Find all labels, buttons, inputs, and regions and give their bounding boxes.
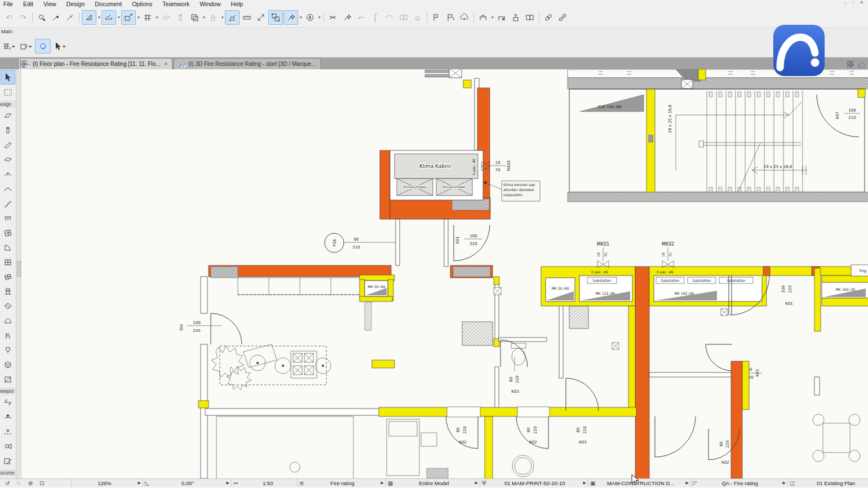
pan-mode-button[interactable]: ▶ xyxy=(1,39,17,54)
toolbox-beam-tool[interactable] xyxy=(1,138,15,152)
grid-snap-icon[interactable] xyxy=(141,11,154,24)
toolbox-door-tool[interactable] xyxy=(1,241,15,254)
magic-wand-icon[interactable] xyxy=(284,10,298,25)
flag-icon[interactable] xyxy=(429,11,443,24)
dropdown-arrow[interactable]: ▼ xyxy=(156,16,159,19)
toolbox-window-tool[interactable] xyxy=(1,255,15,269)
dropdown-arrow[interactable]: ▼ xyxy=(318,16,321,19)
modify-tool-icon[interactable] xyxy=(225,10,240,25)
arrow-mode-button[interactable]: ▶ xyxy=(52,39,68,54)
fillet-icon[interactable]: ⌐ xyxy=(355,11,368,24)
toolbox-curtain-wall-tool[interactable] xyxy=(1,226,15,239)
quickbar-scale[interactable]: ↔1:50 xyxy=(232,479,298,487)
trim-icon[interactable]: ◠ xyxy=(383,11,396,24)
dropdown-arrow[interactable]: ▼ xyxy=(491,16,494,19)
toolbox-camera-tool[interactable] xyxy=(1,440,15,453)
toolbox-roof-accessory-tool[interactable] xyxy=(1,299,15,313)
dropdown-arrow[interactable]: ▼ xyxy=(117,16,121,19)
flag-favorite-icon[interactable] xyxy=(444,11,457,24)
window-controls[interactable]: – ▫ ✕ xyxy=(844,0,866,5)
home-view-icon[interactable] xyxy=(857,60,865,68)
toolbox-shell-tool[interactable] xyxy=(1,182,15,196)
quickbar-layer-combination[interactable]: ≣Fire rating▶ xyxy=(298,479,386,487)
stretch-icon[interactable] xyxy=(254,11,268,24)
close-icon[interactable]: × xyxy=(164,61,167,67)
toolbox-wall-tool[interactable] xyxy=(1,109,15,122)
split-icon[interactable]: ✂ xyxy=(326,11,340,24)
navigation-buttons[interactable]: ↺↻⊕⊡ xyxy=(0,479,72,487)
redo-icon[interactable]: ↷ xyxy=(16,11,30,24)
cloud-upload-icon[interactable] xyxy=(458,11,471,24)
syringe-icon[interactable] xyxy=(63,11,77,24)
dropdown-arrow[interactable]: ▼ xyxy=(137,16,140,19)
toolbox-column-tool[interactable] xyxy=(1,123,15,137)
lock-icon[interactable] xyxy=(206,11,220,24)
menu-item-teamwork[interactable]: Teamwork xyxy=(162,1,189,7)
dropdown-arrow[interactable]: ▼ xyxy=(98,16,101,19)
toolbox-markup-tool[interactable] xyxy=(1,454,15,468)
menu-item-file[interactable]: File xyxy=(3,1,13,7)
menu-item-edit[interactable]: Edit xyxy=(23,1,33,7)
toolbox-shell2-tool[interactable] xyxy=(1,314,15,327)
classification-icon[interactable] xyxy=(476,11,490,24)
toolbox-morph-tool[interactable] xyxy=(1,358,15,371)
coordinates-icon[interactable] xyxy=(121,10,136,25)
dropdown-arrow[interactable]: ▼ xyxy=(221,16,224,19)
orbit-mode-button[interactable] xyxy=(35,39,51,54)
link-icon[interactable] xyxy=(542,11,555,24)
quickbar-graphic-override[interactable]: ◸QA - Fire rating▶ xyxy=(691,479,788,487)
forward-icon[interactable]: ↻ xyxy=(16,480,21,486)
relative-construction-icon[interactable] xyxy=(174,11,187,24)
toolbox-interior-elevation-tool[interactable] xyxy=(1,425,15,438)
adjust-icon[interactable] xyxy=(340,11,354,24)
quickbar-structure-display[interactable]: ▦Entire Model▶ xyxy=(386,479,480,487)
toolbox-roof-tool[interactable] xyxy=(1,167,15,181)
toolbox-object-tool[interactable] xyxy=(1,285,15,298)
zoom-mode-button[interactable]: ▶ xyxy=(18,39,34,54)
guide-lines-icon[interactable] xyxy=(82,10,96,25)
layers-icon[interactable] xyxy=(188,11,201,24)
palette-splitter[interactable] xyxy=(16,69,21,478)
tab-floor-plan[interactable]: (I) Floor plan - Fire Resistance Rating … xyxy=(18,58,172,69)
home-icon[interactable]: ⌂ xyxy=(411,11,424,24)
tab-3d-view[interactable]: (I) 3D Fire Resistance Rating - start [3… xyxy=(174,58,321,69)
quickbar-orientation[interactable]: ◺0,00°▶ xyxy=(143,479,232,487)
quick-options-icon[interactable] xyxy=(847,60,854,68)
snap-guides-icon[interactable] xyxy=(101,10,116,25)
menu-item-options[interactable]: Options xyxy=(132,1,152,7)
properties-icon[interactable] xyxy=(495,11,508,24)
splitter-handle[interactable] xyxy=(17,261,21,277)
menu-item-help[interactable]: Help xyxy=(231,1,243,7)
menu-item-window[interactable]: Window xyxy=(200,1,220,7)
tab-overview-icon[interactable] xyxy=(19,60,27,68)
toolbox-elevation-tool[interactable] xyxy=(1,410,15,424)
toolbox-lamp-tool[interactable] xyxy=(1,343,15,357)
menu-item-document[interactable]: Document xyxy=(95,1,122,7)
menu-item-view[interactable]: View xyxy=(43,1,56,7)
unlink-icon[interactable] xyxy=(556,11,569,24)
annotation-icon[interactable] xyxy=(303,11,317,24)
quickbar-pen-set[interactable]: Ψ01 MAM-PRINT-50-20-10▶ xyxy=(480,479,588,487)
toolbox-railing-tool[interactable] xyxy=(1,211,15,225)
eyedropper-icon[interactable] xyxy=(49,11,63,24)
fit-in-window-icon[interactable]: ⊡ xyxy=(39,480,44,486)
intersect-icon[interactable]: ⌠ xyxy=(369,11,382,24)
quickbar-zoom-level[interactable]: 126%▶ xyxy=(72,479,143,487)
menu-item-design[interactable]: Design xyxy=(67,1,85,7)
toolbox-skylight-tool[interactable] xyxy=(1,270,15,283)
back-icon[interactable]: ↺ xyxy=(5,480,10,486)
gravity-icon[interactable] xyxy=(160,11,173,24)
merge-icon[interactable] xyxy=(397,11,410,24)
group-icon[interactable] xyxy=(268,10,283,25)
toolbox-zone-tool[interactable] xyxy=(1,372,15,386)
dropdown-arrow[interactable]: ▼ xyxy=(202,16,206,19)
toolbox-stair-tool[interactable] xyxy=(1,197,15,210)
toolbox-select-tool[interactable] xyxy=(1,70,15,85)
toolbox-slab-tool[interactable] xyxy=(1,153,15,166)
window-arrange-icon[interactable] xyxy=(523,11,537,24)
measure-icon[interactable] xyxy=(240,11,254,24)
dropdown-arrow[interactable]: ▼ xyxy=(299,16,303,19)
toolbox-marquee-tool[interactable] xyxy=(1,86,15,99)
undo-icon[interactable]: ↶ xyxy=(2,11,16,24)
quickbar-renovation-filter[interactable]: ◫01 Existing Plan▶ xyxy=(788,479,868,487)
